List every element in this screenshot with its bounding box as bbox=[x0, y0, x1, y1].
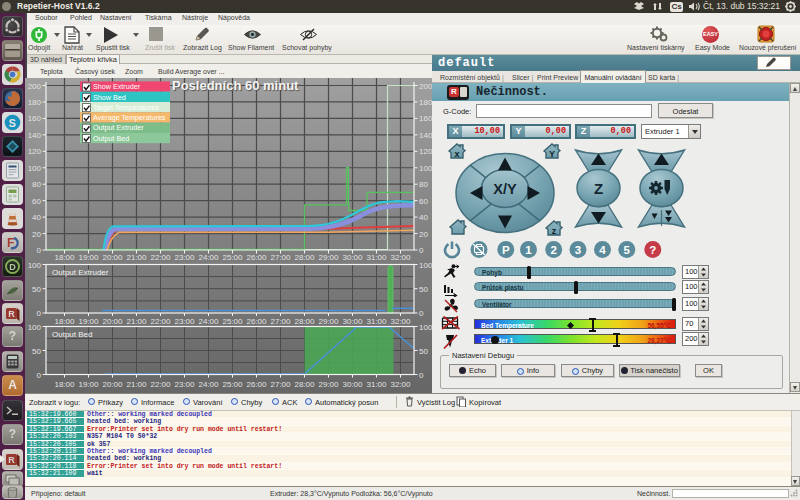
svg-text:28:00: 28:00 bbox=[294, 317, 315, 326]
svg-text:200: 200 bbox=[28, 82, 42, 91]
svg-text:22:00: 22:00 bbox=[150, 317, 171, 326]
svg-text:Output Extruder: Output Extruder bbox=[93, 123, 144, 132]
svg-text:22:00: 22:00 bbox=[150, 253, 171, 262]
svg-text:24:00: 24:00 bbox=[198, 253, 219, 262]
svg-text:26:00: 26:00 bbox=[246, 380, 267, 389]
svg-text:29:00: 29:00 bbox=[318, 317, 339, 326]
svg-text:Output Extruder: Output Extruder bbox=[52, 268, 109, 277]
svg-text:140: 140 bbox=[419, 131, 432, 140]
svg-text:32:00: 32:00 bbox=[390, 380, 411, 389]
svg-text:Average Temperatures: Average Temperatures bbox=[93, 113, 166, 122]
svg-text:Output Bed: Output Bed bbox=[93, 134, 129, 143]
svg-text:100: 100 bbox=[419, 323, 432, 332]
svg-text:100: 100 bbox=[419, 261, 432, 270]
svg-text:200: 200 bbox=[419, 82, 432, 91]
svg-text:160: 160 bbox=[419, 114, 432, 123]
svg-text:80: 80 bbox=[32, 180, 41, 189]
svg-text:S: S bbox=[9, 116, 16, 128]
svg-text:?: ? bbox=[649, 244, 656, 256]
svg-text:18:00: 18:00 bbox=[54, 253, 75, 262]
svg-text:140: 140 bbox=[28, 131, 42, 140]
svg-text:50: 50 bbox=[419, 285, 428, 294]
svg-text:31:00: 31:00 bbox=[366, 317, 387, 326]
svg-text:120: 120 bbox=[28, 147, 42, 156]
svg-text:P: P bbox=[502, 244, 510, 256]
svg-text:D: D bbox=[9, 262, 16, 272]
svg-text:x: x bbox=[454, 149, 459, 159]
svg-text:X/Y: X/Y bbox=[493, 181, 517, 197]
svg-text:23:00: 23:00 bbox=[174, 380, 195, 389]
svg-text:40: 40 bbox=[419, 213, 428, 222]
svg-text:31:00: 31:00 bbox=[366, 380, 387, 389]
svg-text:5: 5 bbox=[624, 244, 631, 256]
svg-text:20:00: 20:00 bbox=[102, 317, 123, 326]
svg-text:50: 50 bbox=[32, 285, 41, 294]
svg-text:R: R bbox=[8, 455, 15, 465]
svg-text:32:00: 32:00 bbox=[390, 317, 411, 326]
svg-text:Show Extruder: Show Extruder bbox=[93, 82, 141, 91]
svg-text:Y: Y bbox=[549, 149, 555, 159]
svg-text:3: 3 bbox=[575, 244, 581, 256]
svg-text:25:00: 25:00 bbox=[222, 380, 243, 389]
svg-text:40: 40 bbox=[32, 213, 41, 222]
svg-text:0: 0 bbox=[37, 309, 42, 318]
svg-text:4: 4 bbox=[599, 244, 606, 256]
svg-text:0: 0 bbox=[419, 309, 424, 318]
svg-text:28:00: 28:00 bbox=[294, 253, 315, 262]
svg-text:0: 0 bbox=[37, 371, 42, 380]
svg-text:23:00: 23:00 bbox=[174, 253, 195, 262]
svg-text:21:00: 21:00 bbox=[126, 253, 147, 262]
svg-text:20:00: 20:00 bbox=[102, 380, 123, 389]
svg-text:30:00: 30:00 bbox=[342, 253, 363, 262]
svg-text:60: 60 bbox=[32, 197, 41, 206]
svg-text:0: 0 bbox=[37, 246, 42, 255]
svg-text:2: 2 bbox=[550, 244, 556, 256]
svg-text:20: 20 bbox=[32, 230, 41, 239]
svg-text:27:00: 27:00 bbox=[270, 380, 291, 389]
svg-text:19:00: 19:00 bbox=[78, 317, 99, 326]
svg-text:50: 50 bbox=[419, 347, 428, 356]
svg-text:29:00: 29:00 bbox=[318, 380, 339, 389]
svg-text:z: z bbox=[552, 226, 557, 236]
svg-text:26:00: 26:00 bbox=[246, 317, 267, 326]
svg-text:Show Bed: Show Bed bbox=[93, 93, 126, 102]
svg-text:18:00: 18:00 bbox=[54, 380, 75, 389]
svg-text:21:00: 21:00 bbox=[126, 317, 147, 326]
svg-text:50: 50 bbox=[32, 347, 41, 356]
svg-text:Z: Z bbox=[594, 180, 603, 197]
svg-text:Output Bed: Output Bed bbox=[52, 330, 92, 339]
svg-text:100: 100 bbox=[28, 261, 42, 270]
svg-text:100: 100 bbox=[28, 164, 42, 173]
svg-text:19:00: 19:00 bbox=[78, 380, 99, 389]
svg-text:180: 180 bbox=[419, 98, 432, 107]
svg-text:1: 1 bbox=[525, 244, 532, 256]
svg-text:R: R bbox=[8, 309, 15, 319]
svg-text:28:00: 28:00 bbox=[294, 380, 315, 389]
svg-text:80: 80 bbox=[419, 180, 428, 189]
svg-text:25:00: 25:00 bbox=[222, 317, 243, 326]
svg-text:23:00: 23:00 bbox=[174, 317, 195, 326]
svg-text:25:00: 25:00 bbox=[222, 253, 243, 262]
svg-text:30:00: 30:00 bbox=[342, 380, 363, 389]
svg-text:Posledních 60 minut: Posledních 60 minut bbox=[172, 78, 299, 93]
svg-text:0: 0 bbox=[419, 246, 424, 255]
svg-text:24:00: 24:00 bbox=[198, 380, 219, 389]
svg-text:26:00: 26:00 bbox=[246, 253, 267, 262]
svg-text:32:00: 32:00 bbox=[390, 253, 411, 262]
svg-text:0: 0 bbox=[419, 371, 424, 380]
svg-text:120: 120 bbox=[419, 147, 432, 156]
svg-text:24:00: 24:00 bbox=[198, 317, 219, 326]
svg-text:31:00: 31:00 bbox=[366, 253, 387, 262]
svg-text:180: 180 bbox=[28, 98, 42, 107]
svg-text:18:00: 18:00 bbox=[54, 317, 75, 326]
svg-text:27:00: 27:00 bbox=[270, 317, 291, 326]
svg-text:100: 100 bbox=[419, 164, 432, 173]
svg-text:27:00: 27:00 bbox=[270, 253, 291, 262]
svg-text:20:00: 20:00 bbox=[102, 253, 123, 262]
svg-text:29:00: 29:00 bbox=[318, 253, 339, 262]
svg-text:20: 20 bbox=[419, 230, 428, 239]
svg-text:19:00: 19:00 bbox=[78, 253, 99, 262]
svg-text:160: 160 bbox=[28, 114, 42, 123]
svg-text:30:00: 30:00 bbox=[342, 317, 363, 326]
svg-text:21:00: 21:00 bbox=[126, 380, 147, 389]
